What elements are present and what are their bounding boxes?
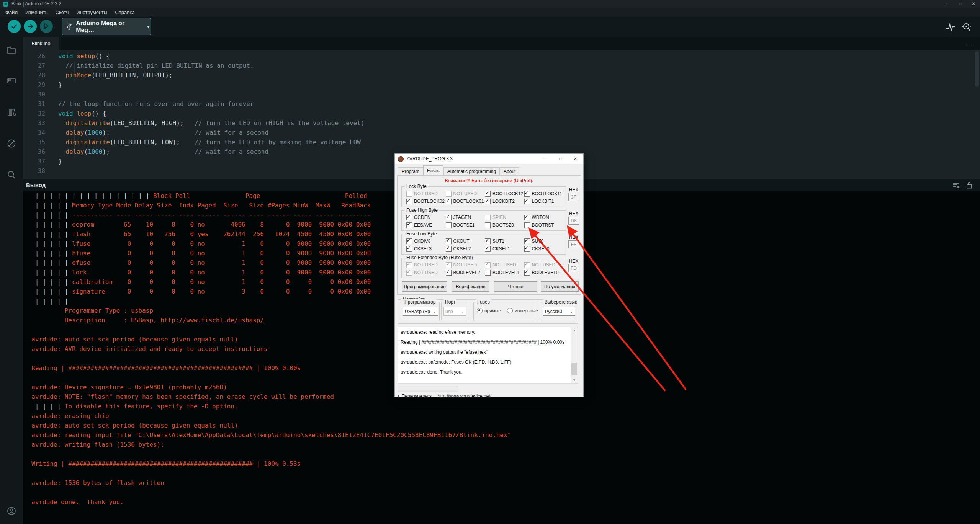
console-line: Writing | ##############################… bbox=[31, 460, 511, 470]
menu-инструменты[interactable]: Инструменты bbox=[72, 8, 111, 16]
checkbox-ckdiv8[interactable]: ✓CKDIV8 bbox=[406, 238, 446, 245]
board-selector-dropdown[interactable]: Arduino Mega or Meg… ▼ bbox=[62, 18, 151, 35]
menu-изменить[interactable]: Изменить bbox=[21, 8, 52, 16]
hex-box[interactable]: 3F bbox=[568, 193, 579, 201]
folder-icon bbox=[7, 45, 16, 55]
checkbox-not-used: NOT USED bbox=[446, 190, 485, 197]
checkbox-box: ✓ bbox=[524, 262, 530, 268]
scrollbar-thumb[interactable] bbox=[571, 363, 577, 375]
checkbox-lockbit2[interactable]: ✓LOCKBIT2 bbox=[485, 198, 524, 205]
hex-box[interactable]: FD bbox=[568, 264, 579, 272]
hex-value-fuse-low-byte: HEXFF bbox=[567, 235, 580, 248]
log-line: avrdude.exe: safemode: Fuses OK (E:FD, H… bbox=[401, 359, 511, 365]
ide-minimize-button[interactable]: – bbox=[941, 0, 954, 8]
port-select[interactable]: usb ⌄ bbox=[443, 307, 466, 316]
status-url[interactable]: http://www.yourdevice.net/ bbox=[438, 393, 491, 399]
status-city: г. Первоуральск bbox=[398, 393, 432, 399]
log-scrollbar[interactable]: ▲ ▼ bbox=[571, 327, 578, 383]
checkbox-bootlock12[interactable]: ✓BOOTLOCK12 bbox=[485, 190, 524, 197]
avrdude-tab-about[interactable]: About bbox=[500, 167, 519, 175]
avrdude-maximize-button[interactable]: □ bbox=[555, 154, 566, 164]
boards-manager-button[interactable] bbox=[7, 76, 16, 86]
console-line: avrdude: reading input file "C:\Users\Al… bbox=[31, 431, 511, 441]
serial-plotter-button[interactable] bbox=[945, 22, 956, 33]
hex-box[interactable]: FF bbox=[568, 240, 579, 248]
checkbox-cksel2[interactable]: ✓CKSEL2 bbox=[446, 245, 485, 252]
avrdude-progress-bar bbox=[398, 386, 458, 392]
button-чтение[interactable]: Чтение bbox=[494, 281, 537, 292]
avrdude-tab-fuses[interactable]: Fuses bbox=[423, 165, 443, 175]
sketchbook-button[interactable] bbox=[7, 45, 16, 55]
settings-group: Настройки Программатор USBasp (Sp ⌄ Порт… bbox=[398, 299, 578, 324]
editor-more-actions[interactable]: ... bbox=[966, 39, 973, 46]
avrdude-tab-program[interactable]: Program bbox=[398, 167, 423, 175]
checkbox-bootrst[interactable]: BOOTRST bbox=[524, 222, 564, 229]
checkbox-sut1[interactable]: ✓SUT1 bbox=[485, 238, 524, 245]
checkbox-bootlock01[interactable]: ✓BOOTLOCK01 bbox=[446, 198, 485, 205]
checkbox-bodlevel2[interactable]: ✓BODLEVEL2 bbox=[446, 269, 485, 276]
avrdude-statusbar: г. Первоуральск http://www.yourdevice.ne… bbox=[395, 392, 583, 402]
ide-maximize-button[interactable]: □ bbox=[954, 0, 967, 8]
upload-button[interactable] bbox=[24, 20, 37, 33]
checkbox-box bbox=[485, 270, 491, 276]
ide-close-button[interactable]: ✕ bbox=[967, 0, 980, 8]
radio-direct-fuses[interactable]: прямые bbox=[477, 308, 501, 313]
checkbox-box bbox=[446, 191, 452, 197]
scroll-down-icon[interactable]: ▼ bbox=[571, 377, 578, 383]
checkbox-bootsz0[interactable]: BOOTSZ0 bbox=[485, 222, 524, 229]
avrdude-minimize-button[interactable]: – bbox=[539, 154, 550, 164]
checkbox-cksel1[interactable]: ✓CKSEL1 bbox=[485, 245, 524, 252]
checkbox-bodlevel0[interactable]: ✓BODLEVEL0 bbox=[524, 269, 564, 276]
verify-button[interactable] bbox=[8, 20, 21, 33]
activity-sidebar bbox=[0, 37, 23, 524]
scroll-up-icon[interactable]: ▲ bbox=[571, 327, 578, 333]
checkbox-bodlevel1[interactable]: BODLEVEL1 bbox=[485, 269, 524, 276]
checkbox-jtagen[interactable]: ✓JTAGEN bbox=[446, 214, 485, 221]
account-button[interactable] bbox=[7, 506, 16, 516]
hex-value-lock-byte: HEX3F bbox=[567, 187, 580, 201]
checkbox-cksel3[interactable]: ✓CKSEL3 bbox=[406, 245, 446, 252]
checkbox-wdton[interactable]: ✓WDTON bbox=[524, 214, 564, 221]
checkbox-box: ✓ bbox=[485, 191, 491, 197]
programmer-select[interactable]: USBasp (Sp ⌄ bbox=[403, 307, 438, 316]
tab-blink-ino[interactable]: Blink.ino bbox=[23, 37, 59, 50]
checkbox-box: ✓ bbox=[406, 215, 412, 220]
debug-button[interactable] bbox=[40, 20, 53, 33]
checkbox-box: ✓ bbox=[406, 222, 412, 228]
checkbox-ocden[interactable]: ✓OCDEN bbox=[406, 214, 446, 221]
search-button[interactable] bbox=[7, 170, 16, 180]
menu-справка[interactable]: Справка bbox=[111, 8, 138, 16]
language-select[interactable]: Русский ⌄ bbox=[543, 307, 575, 316]
scroll-lock-button[interactable] bbox=[965, 181, 973, 189]
warning-text: Внимание!!! Биты без инверсии (UniProf). bbox=[398, 178, 581, 183]
checkbox-not-used: ✓NOT USED bbox=[485, 261, 524, 268]
avrdude-tab-automatic-programming[interactable]: Automatic programming bbox=[443, 167, 500, 175]
avrdude-close-button[interactable]: ✕ bbox=[569, 154, 581, 164]
button-программирование[interactable]: Программирование bbox=[402, 281, 447, 292]
menu-скетч[interactable]: Скетч bbox=[52, 8, 73, 16]
checkbox-eesave[interactable]: ✓EESAVE bbox=[406, 222, 446, 229]
button-по-умолчанию[interactable]: По умолчанию bbox=[541, 281, 579, 292]
clear-output-button[interactable] bbox=[952, 181, 960, 189]
library-manager-button[interactable] bbox=[7, 107, 16, 117]
hex-box[interactable]: D8 bbox=[568, 217, 579, 225]
board-selector-label: Arduino Mega or Meg… bbox=[76, 20, 141, 34]
checkbox-lockbit1[interactable]: ✓LOCKBIT1 bbox=[524, 198, 564, 205]
checkbox-ckout[interactable]: ✓CKOUT bbox=[446, 238, 485, 245]
serial-monitor-button[interactable] bbox=[961, 22, 972, 33]
debug-panel-button[interactable] bbox=[7, 139, 16, 149]
checkbox-sut0[interactable]: ✓SUT0 bbox=[524, 238, 564, 245]
checkbox-bootlock02[interactable]: ✓BOOTLOCK02 bbox=[406, 198, 446, 205]
console-link[interactable]: http://www.fischl.de/usbasp/ bbox=[160, 317, 264, 324]
slashed-circle-icon bbox=[7, 139, 16, 149]
checkbox-bootlock11[interactable]: ✓BOOTLOCK11 bbox=[524, 190, 564, 197]
avrdude-log[interactable]: ▲ ▼ avrdude.exe: reading efuse memory:Re… bbox=[398, 327, 578, 384]
checkbox-cksel0[interactable]: ✓CKSEL0 bbox=[524, 245, 564, 252]
checkbox-bootsz1[interactable]: BOOTSZ1 bbox=[446, 222, 485, 229]
editor-scrollbar[interactable] bbox=[975, 51, 979, 87]
menu-файл[interactable]: Файл bbox=[2, 8, 21, 16]
radio-inverse-fuses[interactable]: инверсные bbox=[507, 308, 538, 313]
books-icon bbox=[7, 107, 16, 117]
button-верификация[interactable]: Верификация bbox=[452, 281, 489, 292]
checkbox-not-used: ✓NOT USED bbox=[406, 261, 446, 268]
